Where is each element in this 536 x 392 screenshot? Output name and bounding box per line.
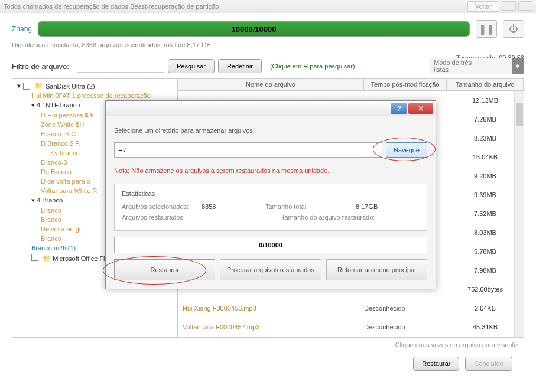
close-icon[interactable] <box>518 1 532 11</box>
file-size: 45.31KB <box>447 324 524 331</box>
restored-size-label: Tamanho do arquivo restaurado: <box>281 214 382 221</box>
selected-files-label: Arquivos selecionados: <box>122 203 202 210</box>
file-size: 9.20MB <box>447 172 524 179</box>
file-size: 7.52MB <box>447 210 524 217</box>
stats-title: Estatísticas <box>122 190 420 197</box>
total-size-label: Tamanho total: <box>265 203 356 210</box>
checkbox[interactable] <box>23 83 30 90</box>
filter-input[interactable] <box>77 60 164 73</box>
file-size: 5.78MB <box>447 248 524 255</box>
help-button[interactable]: ? <box>391 103 407 114</box>
column-headers: Nome do arquivo Tempo pós-modificação Ta… <box>178 79 524 91</box>
file-modified: Desconhecido <box>364 324 447 331</box>
file-name: Voltar para F0000457.mp3 <box>178 324 364 331</box>
file-size: 16.04KB <box>447 153 524 161</box>
reset-button[interactable]: Redefinir <box>218 59 262 73</box>
restore-button[interactable]: Restaurar <box>413 357 459 371</box>
footer-hint: Clique duas vezes no arquivo para visual… <box>12 341 524 348</box>
dialog-back-button[interactable]: Retornar ao menu principal <box>326 259 427 280</box>
file-size: 9.69MB <box>447 191 524 198</box>
file-size: 12.13MB <box>447 97 524 104</box>
file-size: 8.03MB <box>447 229 524 236</box>
file-name: Hui Xiang F0000456.mp3 <box>178 305 364 312</box>
back-button[interactable]: Voltar <box>467 1 499 12</box>
minimize-icon[interactable] <box>502 1 516 11</box>
total-size-value: 8.17GB <box>356 203 420 210</box>
dialog-restore-button[interactable]: Restaurar <box>114 259 215 280</box>
checkbox[interactable] <box>31 254 38 261</box>
view-mode-select[interactable]: Modo de três listas ▼ <box>430 58 524 74</box>
file-size: 752.00bytes <box>447 286 524 293</box>
stop-button[interactable]: ⏻ <box>503 20 524 38</box>
file-row[interactable]: Voltar para F0000457.mp3Desconhecido45.3… <box>178 318 524 337</box>
restored-files-label: Arquivos restaurados: <box>122 214 210 221</box>
user-label: Zhang <box>12 25 32 33</box>
scan-progress-text: 10000/10000 <box>232 25 277 34</box>
chevron-down-icon: ▼ <box>512 58 524 74</box>
file-size: 2.04KB <box>447 305 524 312</box>
restore-progress: 0/10000 <box>114 237 427 253</box>
dialog-prompt: Selecione um diretório para armazenar ar… <box>114 127 427 134</box>
path-input[interactable] <box>114 142 382 158</box>
dialog-titlebar: ? ✕ <box>106 101 436 116</box>
scrollbar-thumb[interactable] <box>516 103 523 126</box>
save-dialog: ? ✕ Selecione um diretório para armazena… <box>105 100 436 289</box>
file-row[interactable]: Hui Xiang F0000456.mp3Desconhecido2.04KB <box>178 299 524 318</box>
dialog-close-button[interactable]: ✕ <box>408 103 433 114</box>
tree-root[interactable]: ▾ 📁 SanDisk Ultra (2) <box>15 81 175 91</box>
col-mod-header[interactable]: Tempo pós-modificação <box>364 79 447 90</box>
scan-summary: Digitalização concluída, 8358 arquivos e… <box>12 41 524 48</box>
vertical-scrollbar[interactable] <box>514 91 524 337</box>
tree-item[interactable]: Hui Min 0FAT 1 processo de recuperação <box>15 91 175 100</box>
browse-button[interactable]: Navegue <box>386 142 427 158</box>
done-button[interactable]: Concluído <box>465 357 512 371</box>
col-size-header[interactable]: Tamanho do arquivo <box>447 79 524 90</box>
stats-panel: Estatísticas Arquivos selecionados: 8358… <box>114 184 427 231</box>
folder-icon: 📁 <box>35 82 43 90</box>
window-title: Todos chamados de recuperação de dados B… <box>4 3 219 10</box>
folder-icon: 📁 <box>43 255 51 262</box>
file-modified: Desconhecido <box>364 305 447 312</box>
filter-hint: (Clique em H para pesquisar) <box>270 63 355 70</box>
scan-progress-bar: 10000/10000 <box>38 21 470 37</box>
filter-label: Filtro de arquivo: <box>12 62 71 71</box>
col-name-header[interactable]: Nome do arquivo <box>178 79 364 90</box>
file-size: 7.98MB <box>447 267 524 274</box>
titlebar: Todos chamados de recuperação de dados B… <box>0 0 536 13</box>
file-size: 8.23MB <box>447 135 524 142</box>
warning-note: Nota: Não armazene os arquivos a serem r… <box>114 167 427 174</box>
selected-files-value: 8358 <box>202 203 265 210</box>
dialog-search-restored-button[interactable]: Procurar arquivos restaurados <box>220 259 321 280</box>
search-button[interactable]: Pesquisar <box>168 59 215 73</box>
file-size: 7.26MB <box>447 116 524 123</box>
pause-button[interactable]: ❚❚ <box>476 20 497 38</box>
